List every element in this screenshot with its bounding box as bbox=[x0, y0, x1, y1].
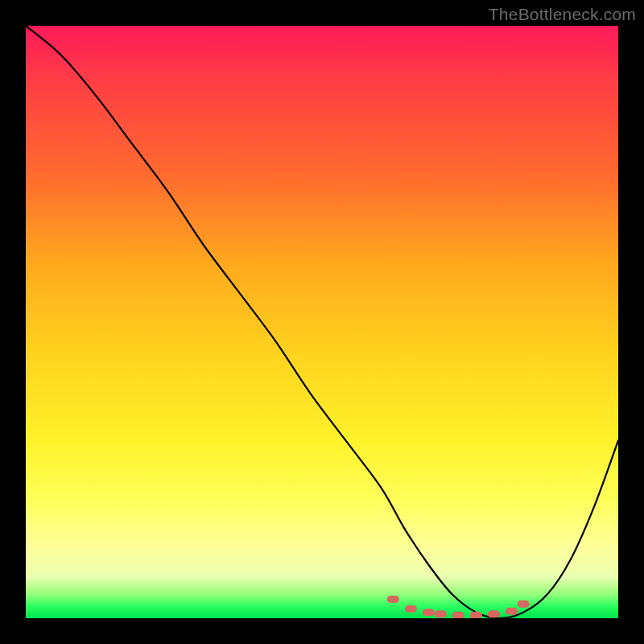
bottleneck-curve bbox=[26, 26, 618, 618]
chart-frame: TheBottleneck.com bbox=[0, 0, 644, 644]
marker-dot bbox=[405, 605, 417, 613]
marker-dot bbox=[452, 612, 464, 618]
marker-dot bbox=[470, 612, 482, 618]
marker-dot bbox=[423, 609, 435, 616]
marker-dot bbox=[387, 596, 399, 603]
marker-dot bbox=[488, 610, 500, 617]
curve-svg bbox=[26, 26, 618, 618]
marker-dot bbox=[518, 601, 530, 608]
marker-dot bbox=[435, 610, 447, 617]
plot-area bbox=[26, 26, 618, 618]
watermark-text: TheBottleneck.com bbox=[489, 5, 636, 24]
marker-dot bbox=[506, 608, 518, 615]
